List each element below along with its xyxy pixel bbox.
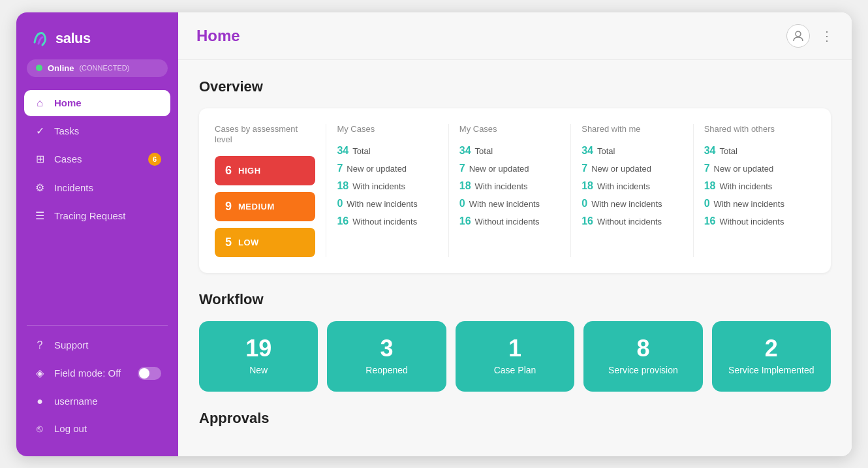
shared-with-others-stats: 34 Total 7 New or updated 18 With incide… [704,145,805,227]
stat-row: 0 With new incidents [704,198,805,210]
sidebar-item-home[interactable]: ⌂ Home [24,90,170,116]
more-options-icon[interactable]: ⋮ [820,28,833,44]
toggle-knob [139,368,149,379]
overview-col-my-cases-2: My Cases 34 Total 7 New or updated 18 Wi [449,124,571,258]
logo-text: salus [55,30,91,47]
workflow-card-new[interactable]: 19 New [199,321,318,392]
stat-label: Total [719,146,737,157]
status-indicator: Online (CONNECTED) [27,59,168,77]
stat-num: 0 [459,198,465,210]
sidebar-item-support[interactable]: ? Support [24,332,170,358]
stat-row: 18 With incidents [581,180,682,193]
user-avatar[interactable] [786,24,810,48]
stat-label: New or updated [347,164,407,175]
workflow-num-new: 19 [245,337,271,360]
stat-row: 7 New or updated [704,163,805,175]
shared-with-me-header: Shared with me [581,124,682,135]
workflow-label-reopened: Reopened [365,364,408,376]
stat-row: 0 With new incidents [337,198,437,210]
shared-with-me-stats: 34 Total 7 New or updated 18 With incide… [581,145,682,227]
badge-low-label: LOW [238,238,259,247]
stat-label: Total [597,146,615,157]
tasks-icon: ✓ [33,125,46,137]
stat-label: With incidents [475,181,528,193]
workflow-card-reopened[interactable]: 3 Reopened [327,321,446,392]
stat-label: With incidents [597,181,650,193]
stat-label: Without incidents [475,217,540,228]
stat-row: 7 New or updated [337,163,437,175]
stat-row: 0 With new incidents [459,198,560,210]
logout-icon: ⎋ [33,423,46,435]
sidebar-item-tasks[interactable]: ✓ Tasks [24,117,170,144]
sidebar-item-username[interactable]: ● username [24,388,170,414]
overview-col-my-cases-1: My Cases 34 Total 7 New or updated 18 Wi [326,124,448,258]
sidebar-item-cases[interactable]: ⊞ Cases 6 [24,146,170,173]
tracing-icon: ☰ [33,210,46,222]
page-title: Home [196,27,240,45]
status-sub: (CONNECTED) [79,64,129,72]
stat-row: 16 Without incidents [581,215,682,228]
incidents-icon: ⚙ [33,181,46,194]
stat-label: With new incidents [469,199,540,210]
stat-num: 34 [704,145,716,157]
sidebar-item-tasks-label: Tasks [54,125,79,136]
sidebar-bottom: ? Support ◈ Field mode: Off ● username ⎋… [16,332,178,456]
stat-label: With incidents [719,181,772,193]
badge-medium[interactable]: 9 MEDIUM [215,192,315,221]
stat-num: 34 [581,145,593,157]
workflow-card-service-provision[interactable]: 8 Service provision [583,321,702,392]
sidebar-item-username-label: username [54,396,98,407]
sidebar-nav: ⌂ Home ✓ Tasks ⊞ Cases 6 ⚙ Incidents ☰ T… [16,90,178,319]
stat-label: Without incidents [719,217,784,228]
sidebar-item-logout[interactable]: ⎋ Log out [24,416,170,442]
sidebar-logo: salus [16,12,178,59]
stat-num: 7 [581,163,587,174]
stat-num: 7 [459,163,465,174]
cases-icon: ⊞ [33,153,46,165]
stat-row: 18 With incidents [459,180,560,193]
stat-row: 16 Without incidents [459,215,560,228]
home-icon: ⌂ [33,97,46,109]
stat-row: 18 With incidents [337,180,437,193]
stat-label: New or updated [469,164,529,175]
workflow-card-case-plan[interactable]: 1 Case Plan [456,321,574,392]
stat-row: 34 Total [337,145,437,157]
stat-num: 0 [581,198,587,210]
stat-label: Total [475,146,493,157]
stat-row: 18 With incidents [704,180,805,193]
sidebar-item-incidents[interactable]: ⚙ Incidents [24,174,170,201]
badge-medium-label: MEDIUM [238,202,275,211]
workflow-num-case-plan: 1 [508,337,521,360]
sidebar-item-cases-label: Cases [54,153,82,164]
assessment-badges: 6 HIGH 9 MEDIUM 5 LOW [215,156,315,257]
stat-num: 34 [459,145,471,157]
stat-label: Total [352,146,370,157]
stat-num: 0 [704,198,710,210]
status-label: Online [48,63,74,73]
user-icon: ● [33,396,46,407]
field-mode-toggle[interactable] [138,367,161,380]
stat-label: With incidents [352,181,405,193]
stat-row: 7 New or updated [581,163,682,175]
stat-num: 34 [337,145,349,157]
support-icon: ? [33,339,46,351]
workflow-num-reopened: 3 [380,337,394,360]
stat-label: With new incidents [591,199,662,210]
workflow-grid: 19 New 3 Reopened 1 Case Plan 8 Service … [199,321,831,392]
badge-low[interactable]: 5 LOW [215,228,315,257]
workflow-label-service-provision: Service provision [608,364,678,376]
stat-num: 18 [337,180,349,192]
badge-high[interactable]: 6 HIGH [215,156,315,185]
stat-row: 34 Total [704,145,805,157]
content-area: Overview Cases by assessment level 6 HIG… [178,60,852,456]
shared-with-others-header: Shared with others [704,124,805,135]
workflow-card-service-implemented[interactable]: 2 Service Implemented [712,321,831,392]
badge-high-num: 6 [225,164,232,178]
sidebar-item-tracing[interactable]: ☰ Tracing Request [24,202,170,229]
overview-grid: Cases by assessment level 6 HIGH 9 MEDIU… [199,108,831,273]
sidebar-item-incidents-label: Incidents [54,182,93,193]
stat-label: New or updated [591,164,651,175]
sidebar-item-field-mode[interactable]: ◈ Field mode: Off [24,360,170,387]
stat-row: 0 With new incidents [581,198,682,210]
stat-num: 0 [337,198,343,210]
